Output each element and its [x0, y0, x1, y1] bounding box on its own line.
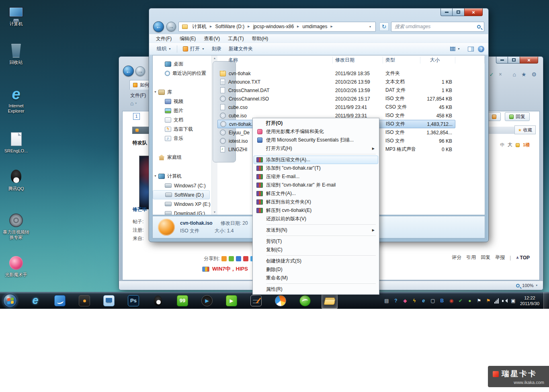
security-box-icon[interactable]: ▣: [510, 298, 516, 304]
power-icon[interactable]: ϟ: [411, 298, 418, 304]
file-row[interactable]: CrossChannel.ISO 2010/2/26 15:17 ISO 文件 …: [217, 94, 455, 103]
taskbar-app-99[interactable]: 99: [174, 293, 191, 309]
antivirus-check-icon[interactable]: ✔: [457, 298, 464, 304]
open-button[interactable]: 打开 ▼: [179, 44, 208, 54]
menu-edit[interactable]: 编辑(E): [176, 35, 199, 43]
scroll-up-arrow[interactable]: ▲: [212, 57, 217, 60]
refresh-button[interactable]: ↻: [379, 23, 389, 31]
sidebar-item-music[interactable]: 音乐: [153, 134, 211, 143]
taskbar-app-messenger[interactable]: [52, 293, 68, 309]
paste-button[interactable]: [488, 112, 501, 121]
context-item-cut[interactable]: 剪切(T): [254, 237, 378, 246]
help-icon[interactable]: ?: [393, 298, 399, 304]
ad-text[interactable]: WIN7中，HIPS: [212, 265, 248, 273]
minimize-button[interactable]: [440, 8, 453, 16]
star-icon[interactable]: ★: [521, 71, 526, 78]
font-size-medium[interactable]: 中: [500, 142, 504, 148]
poster-username[interactable]: 锋芒毕: [133, 206, 147, 213]
taskbar-app-sogou-browser[interactable]: [272, 293, 289, 309]
back-button[interactable]: ←: [123, 66, 134, 76]
ie-tray-icon[interactable]: e: [420, 298, 427, 304]
sidebar-item-desktop[interactable]: 桌面: [153, 60, 211, 69]
check-icon[interactable]: ✓: [489, 72, 494, 78]
sidebar-item-thunder-downloads[interactable]: 迅雷下载: [153, 125, 211, 134]
sidebar-item-libraries[interactable]: ▼库: [153, 88, 211, 97]
breadcrumb-arrow-icon[interactable]: ▶: [297, 25, 299, 28]
context-item-properties[interactable]: 属性(R): [254, 285, 378, 293]
sidebar-item-drive-c[interactable]: Windows7 (C:): [153, 181, 211, 190]
desktop-icon-neoimaging[interactable]: 光影魔术手: [2, 255, 31, 277]
column-header-size[interactable]: 大小: [420, 57, 455, 64]
top-link[interactable]: TOP: [516, 255, 530, 261]
taskbar-app-pc-manager[interactable]: [101, 293, 117, 309]
font-size-large[interactable]: 大: [508, 142, 512, 148]
page-number[interactable]: 1: [133, 113, 140, 120]
white-app-icon[interactable]: ▢: [430, 298, 436, 304]
minimize-button[interactable]: [496, 57, 508, 64]
volume-icon[interactable]: [502, 298, 507, 304]
taskbar-app-notes[interactable]: [248, 293, 264, 309]
desktop-icon-recycle-bin[interactable]: 回收站: [2, 43, 31, 65]
help-icon[interactable]: ?: [478, 46, 484, 52]
search-box[interactable]: 搜索 umdimages: [391, 22, 484, 32]
context-item-extract-files[interactable]: 解压文件(A)...: [254, 189, 378, 198]
column-header-type[interactable]: 类型: [383, 57, 420, 64]
sidebar-item-recent[interactable]: 最近访问的位置: [153, 69, 211, 78]
context-item-extract-to-folder[interactable]: 解压到 cvn-tlohak\(E): [254, 206, 378, 215]
breadcrumb-arrow-icon[interactable]: ▶: [209, 25, 212, 28]
action-quote[interactable]: 引用: [466, 254, 476, 261]
sidebar-item-homegroup[interactable]: 家庭组: [153, 153, 211, 162]
search-icon[interactable]: [477, 25, 481, 29]
sidebar-item-videos[interactable]: 视频: [153, 97, 211, 106]
start-button[interactable]: [3, 294, 17, 308]
taskbar-clock[interactable]: 12:22 2011/9/30: [516, 295, 543, 306]
sidebar-item-pictures[interactable]: 图片: [153, 106, 211, 115]
context-item-restore-versions[interactable]: 还原以前的版本(V): [254, 215, 378, 223]
taskbar-app-photoshop[interactable]: Ps: [125, 293, 141, 309]
context-item-open[interactable]: 打开(O): [254, 119, 378, 127]
taskbar-app-qq[interactable]: [150, 293, 166, 309]
context-item-neoimaging[interactable]: 使用光影魔术手编辑和美化: [254, 127, 378, 136]
file-row[interactable]: cube.cso 2011/9/9 23:41 CSO 文件 45 KB: [217, 103, 455, 111]
breadcrumb-umdimages[interactable]: umdimages: [299, 24, 330, 29]
forward-button[interactable]: →: [166, 22, 176, 31]
white-flag-icon[interactable]: ⚑: [476, 298, 482, 304]
action-rate[interactable]: 评分: [452, 254, 461, 261]
breadcrumb-arrow-icon[interactable]: ▶: [247, 25, 250, 28]
file-row[interactable]: cvn-tlohak 2011/9/28 18:35 文件夹: [217, 69, 455, 78]
browser-menu-file[interactable]: 文件(F): [130, 92, 146, 99]
expander-icon[interactable]: ▼: [154, 174, 157, 177]
file-row[interactable]: Announce.TXT 2010/2/26 13:59 文本文档 1 KB: [217, 78, 455, 86]
taskbar-app-internet-explorer[interactable]: e: [27, 293, 43, 309]
home-icon[interactable]: ⌂: [130, 100, 133, 107]
context-item-add-to-rar[interactable]: 添加到 "cvn-tlohak.rar"(T): [254, 164, 378, 172]
share-icon[interactable]: [221, 256, 227, 261]
expander-icon[interactable]: ▼: [154, 90, 157, 93]
desktop-icon-internet-explorer[interactable]: e Internet Explorer: [2, 86, 31, 114]
context-item-send-to[interactable]: 发送到(N)▶: [254, 226, 378, 234]
action-report[interactable]: 举报: [495, 254, 505, 261]
column-header-date[interactable]: 修改日期: [333, 57, 383, 64]
sidebar-item-drive-e[interactable]: Windows XP (E:): [153, 199, 211, 209]
show-desktop-button[interactable]: [543, 292, 549, 309]
close-x-icon[interactable]: ×: [499, 72, 502, 77]
context-item-copy[interactable]: 复制(C): [254, 246, 378, 254]
context-item-open-with[interactable]: 打开方式(H)▶: [254, 144, 378, 153]
ime-icon[interactable]: ▤: [383, 298, 390, 304]
burn-button[interactable]: 刻录: [208, 44, 225, 54]
maximize-button[interactable]: [453, 8, 464, 16]
sidebar-item-drive-d[interactable]: SoftWare (D:): [153, 190, 210, 199]
red-app-icon[interactable]: ◉: [448, 298, 455, 304]
context-item-mse-scan[interactable]: 使用 Microsoft Security Essentials 扫描...: [254, 136, 378, 144]
orange-flag-icon[interactable]: ⚑: [485, 298, 492, 304]
taskbar-app-media-player-dark[interactable]: [76, 293, 92, 309]
menu-view[interactable]: 查看(V): [200, 35, 223, 43]
context-item-delete[interactable]: 删除(D): [254, 265, 378, 274]
zoom-level[interactable]: 100%: [522, 283, 533, 288]
home-icon[interactable]: ⌂: [512, 71, 516, 78]
chevron-down-icon[interactable]: ▾: [367, 25, 374, 29]
chevron-down-icon[interactable]: ▾: [536, 284, 537, 287]
desktop-icon-qq[interactable]: 腾讯QQ: [2, 169, 31, 191]
column-header-name[interactable]: 名称: [217, 57, 333, 64]
preview-pane-icon[interactable]: [468, 47, 474, 51]
